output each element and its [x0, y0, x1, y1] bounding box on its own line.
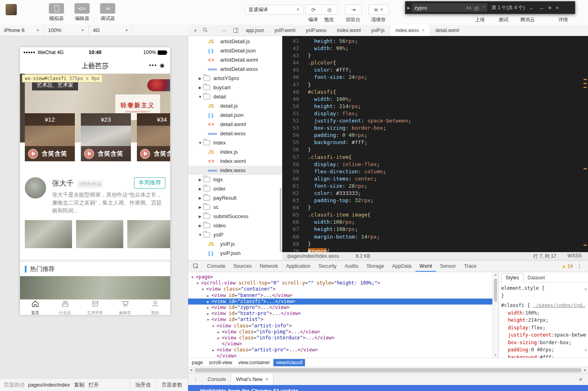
chevron-right-icon[interactable]: ▶ [198, 76, 203, 80]
tree-folder-payResult[interactable]: ▶payResult [188, 193, 282, 203]
find-prev-icon[interactable]: ← [529, 5, 534, 11]
wxml-scrollbar[interactable]: ▲▼ [492, 272, 498, 358]
chevron-down-icon[interactable]: ▼ [207, 317, 211, 323]
chevron-right-icon[interactable]: ▶ [198, 86, 203, 90]
devtools-tab-Console[interactable]: Console [203, 261, 229, 272]
style-property[interactable]: padding:0 40rpx; [501, 346, 586, 354]
artwork-thumbnail[interactable] [25, 220, 72, 248]
action-清缓存-button[interactable]: ≋▼ [369, 4, 389, 15]
phone-tab-首页[interactable]: 首页 [20, 300, 50, 315]
tree-file-index.wxml[interactable]: < >index.wxml [188, 156, 282, 166]
hot-recommend-image[interactable] [20, 276, 170, 299]
chevron-right-icon[interactable]: ▶ [207, 299, 211, 305]
tree-folder-video[interactable]: ▶video [188, 221, 282, 230]
devtools-tab-Sources[interactable]: Sources [229, 261, 256, 272]
drawer-menu-icon[interactable]: ⋮ [193, 376, 198, 382]
editor-tab-detail.wxml[interactable]: detail.wxml [430, 25, 464, 36]
network-select[interactable]: 4G▼ [89, 25, 133, 36]
wxml-node[interactable]: </view> [188, 341, 492, 347]
breadcrumb-item-view#classfi[interactable]: view#classfi [273, 359, 305, 366]
styles-tab-Styles[interactable]: Styles [501, 273, 524, 283]
tree-folder-buycart[interactable]: ▶buycart [188, 83, 282, 92]
open-path-link[interactable]: 打开 [88, 381, 99, 389]
style-property[interactable]: background:#fff; [501, 354, 586, 358]
chevron-right-icon[interactable]: ▶ [198, 205, 203, 209]
artist-avatar[interactable] [25, 177, 46, 199]
chevron-right-icon[interactable]: ▶ [207, 305, 211, 311]
tree-file-index.wxss[interactable]: wxssindex.wxss [188, 166, 282, 175]
editor-tab-index.wxml[interactable]: index.wxml [332, 25, 366, 36]
wxml-node[interactable]: ▶<view id="classfi">...</view> [188, 299, 492, 305]
tree-file-detail.wxss[interactable]: wxssdetail.wxss [188, 129, 282, 138]
wxml-node[interactable]: ▶<view id="banner">...</view> [188, 293, 492, 299]
find-close-icon[interactable]: × [556, 5, 559, 11]
artwork-thumbnail[interactable] [127, 220, 170, 248]
chevron-right-icon[interactable]: ▶ [212, 347, 217, 353]
user-avatar[interactable] [6, 4, 17, 15]
more-icon[interactable]: ⋯ [221, 27, 227, 34]
drawer-close-icon[interactable]: × [579, 376, 582, 383]
scroll-right-icon[interactable]: ▶ [582, 368, 588, 372]
style-property[interactable]: display:flex; [501, 324, 586, 332]
hscroll-thumb[interactable] [195, 368, 582, 372]
drawer-tab-What's New[interactable]: What's New× [231, 373, 273, 385]
tree-folder-logs[interactable]: ▶logs [188, 175, 282, 184]
rule-source-link[interactable]: ./pages/index/ind… [533, 303, 585, 308]
tree-folder-sc[interactable]: ▶sc [188, 203, 282, 212]
tree-file-index.js[interactable]: JSindex.js [188, 147, 282, 156]
compile-mode-select[interactable]: 普通编译 ▼ [245, 5, 303, 14]
device-select[interactable]: iPhone 6▼ [0, 25, 44, 36]
tree-folder-detail[interactable]: ▼detail [188, 92, 282, 101]
wxml-node[interactable]: ▶<view id="hzatr-pro">...</view> [188, 311, 492, 317]
tree-file-ysIP.js[interactable]: JSysIP.js [188, 239, 282, 249]
editor-tab-ysIP.wxss[interactable]: ysIP.wxss [301, 25, 332, 36]
close-icon[interactable]: × [265, 377, 268, 382]
action-切后台-button[interactable]: ⇥ [345, 4, 362, 15]
chevron-right-icon[interactable]: ▶ [207, 311, 211, 317]
more-menu-icon[interactable]: ••• ◉ [149, 62, 165, 68]
artwork-thumbnail[interactable] [76, 220, 123, 248]
devtools-tab-Wxml[interactable]: Wxml [415, 261, 436, 272]
mode-button-code[interactable]: </>编辑器 [73, 3, 91, 22]
chevron-down-icon[interactable]: ▼ [198, 95, 203, 99]
style-property[interactable]: box-sizing:border-box; [501, 339, 586, 347]
editor-tab-app.json[interactable]: app.json [241, 25, 269, 36]
chevron-down-icon[interactable]: ▼ [198, 233, 203, 237]
editor-tab-index.wxss[interactable]: index.wxss× [390, 25, 430, 36]
breadcrumb-item-view.container[interactable]: view.container [236, 359, 272, 366]
tree-file-artistDetail.wxss[interactable]: wxssartistDetail.wxss [188, 64, 282, 74]
devtools-tab-Security[interactable]: Security [315, 261, 341, 272]
tree-file-artistDetail.js[interactable]: JSartistDetail.js [188, 37, 282, 46]
chevron-down-icon[interactable]: ▼ [197, 281, 201, 287]
devtools-more-icon[interactable]: ⋮ [577, 263, 582, 269]
tree-folder-ysIP[interactable]: ▼ysIP [188, 230, 282, 239]
chevron-right-icon[interactable]: ▶ [207, 293, 211, 299]
breadcrumb-item-page[interactable]: page [189, 359, 205, 366]
tree-file-ysIP.json[interactable]: { }ysIP.json [188, 249, 282, 258]
tree-folder-submitSuccess[interactable]: ▶submitSuccess [188, 212, 282, 221]
code-editor[interactable]: 41 height: 56rpx;42 width: 90%;43}44.plc… [282, 36, 588, 252]
wxml-node[interactable]: ▼<view class="artist-info"> [188, 323, 492, 329]
tree-file-artistDetail.wxml[interactable]: < >artistDetail.wxml [188, 55, 282, 64]
find-input[interactable]: zypro Aa ab .* [412, 3, 487, 12]
close-icon[interactable]: × [422, 28, 425, 33]
chevron-right-icon[interactable]: ▶ [217, 329, 222, 335]
file-tree-scrollbar[interactable] [280, 188, 281, 252]
wxml-node[interactable]: ▼<page> [188, 274, 492, 280]
scroll-left-icon[interactable]: ◀ [188, 368, 194, 372]
breadcrumb-item-scroll-view[interactable]: scroll-view [207, 359, 235, 366]
tree-file-detail.wxml[interactable]: < >detail.wxml [188, 120, 282, 129]
find-toggle-icon[interactable]: ▶ [405, 6, 412, 10]
styles-tab-Dataset[interactable]: Dataset [524, 274, 549, 282]
scene-value-tab[interactable]: 场景值 [130, 379, 156, 391]
style-property[interactable]: height:214rpx; [501, 317, 586, 324]
style-property[interactable]: justify-content:space-between; [501, 331, 586, 339]
action-编译-icon[interactable]: ⟳ [306, 5, 321, 14]
wxml-node[interactable]: ▼<view class="container"> [188, 286, 492, 292]
wxml-node[interactable]: ▶<view class="info-pimg">...</view> [188, 329, 492, 335]
chevron-right-icon[interactable]: ▶ [198, 196, 203, 200]
product-card[interactable]: ¥34含笑含笑 [137, 113, 170, 161]
regex-icon[interactable]: .* [482, 5, 485, 10]
devtools-hscrollbar[interactable]: ◀ ▶ [188, 367, 588, 373]
devtools-tab-Storage[interactable]: Storage [363, 261, 388, 272]
